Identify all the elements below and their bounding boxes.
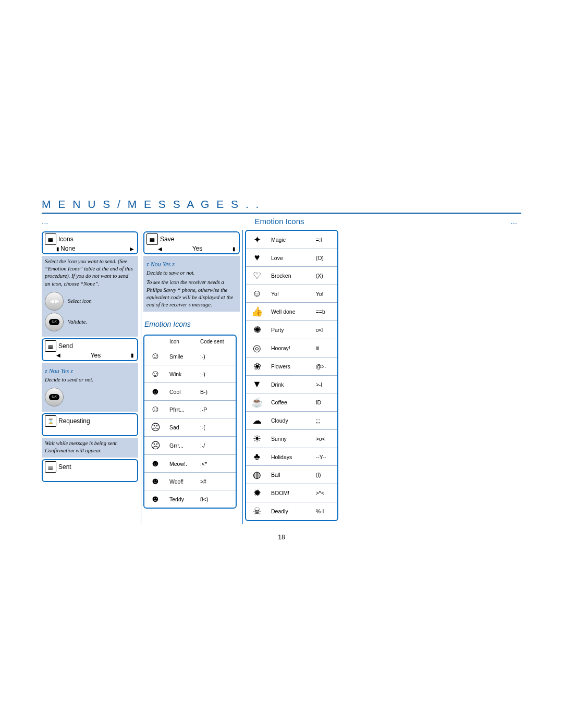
emotion-icon: ☻ [144, 490, 166, 508]
cursor-icon: ▮ [130, 352, 135, 358]
icon-table-b: ✦Magic=:I♥Love(O)♡Brocken(X)☺Yo!Yo!👍Well… [245, 230, 338, 521]
emotion-icon: ✺ [246, 321, 268, 339]
table-row: ❀Flowers@>- [246, 357, 337, 376]
icon-code: :<* [197, 455, 236, 473]
emotion-icon: ♡ [246, 267, 268, 285]
left-arrow-icon: ◀ [157, 246, 163, 252]
screen-send: Send ◀ Yes ▮ [42, 338, 138, 361]
emotion-icon: ☁ [246, 412, 268, 430]
icon-name: Love [268, 249, 313, 267]
emotion-icon: ☺ [144, 365, 166, 383]
icon-code: 8<) [197, 490, 236, 508]
left-arrow-icon: ◀ [55, 352, 62, 358]
ok-button-icon: OK [45, 388, 64, 406]
icon-code: --Y-- [313, 448, 337, 466]
table-row: ♣Holidays--Y-- [246, 448, 337, 466]
icon-code: :-( [197, 418, 236, 437]
screen-requesting: Requesting [42, 413, 138, 436]
icon-code: ;-) [197, 365, 236, 383]
icon-name: Brocken [268, 267, 313, 285]
icon-code: o<I [313, 321, 337, 339]
icon-name: Coffee [268, 393, 313, 412]
table-row: ☺Yo!Yo! [246, 285, 337, 303]
table-row: ✦Magic=:I [246, 231, 337, 249]
column-3: ✦Magic=:I♥Love(O)♡Brocken(X)☺Yo!Yo!👍Well… [245, 230, 339, 524]
nou-label: z Nou Yes z [45, 367, 135, 375]
table-row: ✺Partyo<I [246, 321, 337, 339]
icon-code: :-/ [197, 437, 236, 455]
emotion-icon: ☠ [246, 502, 268, 521]
table-row: ☠Deadly%-I [246, 502, 337, 521]
emotion-icon: ☻ [144, 473, 166, 490]
icon-code: ># [197, 473, 236, 490]
icon-code: ==b [313, 303, 337, 321]
icon-name: Well done [268, 303, 313, 321]
emotion-icon: 👍 [246, 303, 268, 321]
screen-icons: Icons ▮ None ▶ [42, 231, 138, 254]
ok-button-icon: OK [45, 313, 64, 331]
table-row: ☺Smile:-) [144, 348, 236, 365]
subhead-left: ... [42, 217, 200, 226]
table-row: 👍Well done==b [246, 303, 337, 321]
icon-name: Hooray! [268, 339, 313, 357]
button-label: Select icon [68, 298, 92, 305]
subhead-right: ... [359, 217, 521, 226]
icon-table-a: Icon Code sent ☺Smile:-)☺Wink;-)☻CoolB-)… [143, 335, 237, 509]
screen-value: Yes [62, 352, 130, 359]
emotion-icon: ✦ [246, 231, 268, 249]
shade-3: Wait while message is being sent. Confir… [42, 438, 138, 458]
table-row: ☻Woof!># [144, 473, 236, 490]
icon-name: Flowers [268, 357, 313, 376]
table-row: ☹Grrr...:-/ [144, 437, 236, 455]
icon-name: Magic [268, 231, 313, 249]
icon-name: Holidays [268, 448, 313, 466]
icon-code: (X) [313, 267, 337, 285]
table-row: ☕CoffeeID [246, 393, 337, 412]
column-1: Icons ▮ None ▶ Select the icon you want … [42, 230, 138, 524]
table-row: ☻Teddy8<) [144, 490, 236, 508]
instruction-text: Decide to save or not. [146, 269, 237, 277]
icon-code: >-I [313, 376, 337, 393]
icon-code: @>- [313, 357, 337, 376]
screen-title: Requesting [58, 417, 90, 425]
screen-value: None [60, 245, 129, 252]
icon-code: (I) [313, 466, 337, 484]
icon-code: >*< [313, 484, 337, 502]
emotion-icon: ◎ [246, 339, 268, 357]
screen-title: Send [58, 342, 73, 350]
emotion-icon: ☺ [144, 348, 166, 365]
emotion-icon: ♣ [246, 448, 268, 466]
col-header-code: Code sent [197, 336, 236, 348]
page-number: 18 [42, 534, 521, 541]
icon-code: iii [313, 339, 337, 357]
icon-name: BOOM! [268, 484, 313, 502]
icon-name: Pfrrt... [166, 401, 197, 418]
screen-title: Icons [58, 236, 74, 243]
emotion-icons-title: Emotion Icons [144, 320, 240, 328]
screen-save: Save ◀ Yes ▮ [143, 231, 240, 254]
right-arrow-icon: ▶ [129, 246, 135, 252]
emotion-icon: ♥ [246, 249, 268, 267]
emotion-icon: ☹ [144, 437, 166, 455]
icon-code: :-P [197, 401, 236, 418]
screen-title: Save [160, 236, 174, 243]
icon-name: Grrr... [166, 437, 197, 455]
nav-button-icon: ◀ ▶ [45, 292, 64, 311]
emotion-icon: ❀ [246, 357, 268, 376]
phone-screen-icon [45, 233, 56, 245]
subhead: ... Emotion Icons ... [42, 217, 521, 226]
emotion-icon: ▼ [246, 376, 268, 393]
shade-2: z Nou Yes z Decide to send or not. OK [42, 363, 138, 412]
table-row: ♥Love(O) [246, 249, 337, 267]
column-2: Save ◀ Yes ▮ z Nou Yes z Decide to save … [143, 230, 240, 524]
table-row: ▼Drink>-I [246, 376, 337, 393]
icon-name: Yo! [268, 285, 313, 303]
icon-name: Meow!. [166, 455, 197, 473]
emotion-icon: ✹ [246, 484, 268, 502]
icon-code: =:I [313, 231, 337, 249]
table-row: ◎Hooray!iii [246, 339, 337, 357]
instruction-text: Decide to send or not. [45, 376, 135, 384]
table-row: ☹Sad:-( [144, 418, 236, 437]
emotion-icon: ☹ [144, 418, 166, 437]
icon-code: ;;; [313, 412, 337, 430]
